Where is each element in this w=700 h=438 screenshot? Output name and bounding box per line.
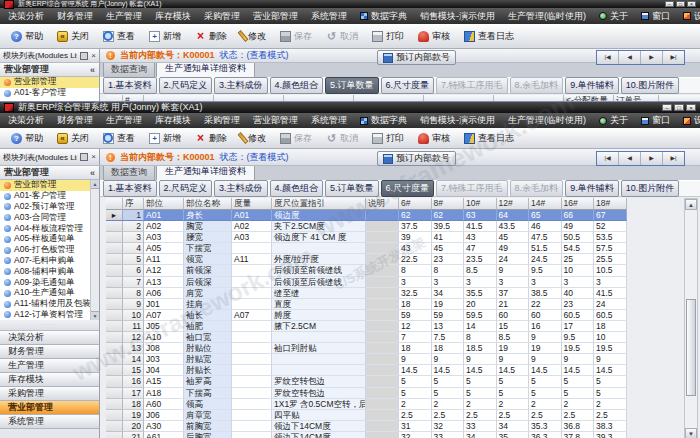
sidebar-section-header[interactable]: 营业部管理 « xyxy=(0,166,99,180)
table-row[interactable]: 4A05下摆宽4345474951.554.557.5 xyxy=(106,243,627,254)
column-header-说明[interactable]: 说明 xyxy=(366,198,399,210)
tree-scroll-down-icon[interactable]: ▼ xyxy=(91,311,99,320)
pin-icon[interactable] xyxy=(80,52,88,60)
column-header-14#[interactable]: 14# xyxy=(529,198,562,210)
toolbar-button-新增[interactable]: +新增 xyxy=(144,129,186,148)
sidebar-item-A05-样板通知单[interactable]: A05-样板通知单 xyxy=(0,234,99,245)
toolbar-button-关闭[interactable]: «关闭 xyxy=(52,27,94,46)
column-header-12#[interactable]: 12# xyxy=(497,198,530,210)
sidebar-item-A11-辅料使用及包装...[interactable]: A11-辅料使用及包装... xyxy=(0,299,99,310)
menu-item-销售模块-演示使用[interactable]: 销售模块-演示使用 xyxy=(420,10,495,23)
sidebar-item-A12-订单资料管理[interactable]: A12-订单资料管理 xyxy=(0,310,99,321)
subtab-6.尺寸度量[interactable]: 6.尺寸度量 xyxy=(381,180,435,197)
tab-数据查询[interactable]: 数据查询 xyxy=(103,63,155,77)
table-row[interactable]: 18A60领高1X1罗 含0.5CM空转，后领中心量2222222 xyxy=(106,399,627,410)
nav-last-button[interactable]: ▶| xyxy=(663,152,684,165)
table-row[interactable]: 19J06肩章宽四平贴2.52.52.52.52.52.52.5 xyxy=(106,410,627,421)
menu-item-设置皮肤[interactable]: 设置皮肤 xyxy=(683,114,700,127)
table-row[interactable]: 15J04肘贴长14.514.514.514.514.514.514.5 xyxy=(106,365,627,376)
reserve-number-button[interactable]: 预订内部款号 xyxy=(377,151,456,166)
table-row[interactable]: 20A30前胸宽领边下14CM度3132333435.336.838.3 xyxy=(106,421,627,432)
column-header-部位[interactable]: 部位 xyxy=(144,198,184,210)
nav-prev-button[interactable]: ◀ xyxy=(619,51,641,64)
menu-item-营业部管理[interactable]: 营业部管理 xyxy=(253,10,298,23)
menu-item-决策分析[interactable]: 决策分析 xyxy=(8,10,44,23)
table-row[interactable]: 5A11领宽A11外度/拉开度22.52323.52424.52525.5 xyxy=(106,254,627,265)
subtab-3.主料成份[interactable]: 3.主料成份 xyxy=(214,77,268,94)
menu-item-销售模块-演示使用[interactable]: 销售模块-演示使用 xyxy=(420,114,495,127)
tree-scrollbar[interactable]: ▲▼ xyxy=(90,180,99,320)
group-button-生产管理[interactable]: 生产管理 xyxy=(0,359,99,373)
column-header-10#[interactable]: 10# xyxy=(464,198,497,210)
toolbar-button-打印[interactable]: 打印 xyxy=(367,27,409,46)
subtab-6.尺寸度量[interactable]: 6.尺寸度量 xyxy=(381,77,435,94)
nav-next-button[interactable]: ▶ xyxy=(641,152,663,165)
minimize-icon[interactable]: – xyxy=(665,1,674,7)
table-row[interactable]: 13J08肘贴位袖口到肘贴181818.5191919.519.5 xyxy=(106,343,627,354)
close-icon[interactable]: × xyxy=(686,104,696,111)
subtab-1.基本资料[interactable]: 1.基本资料 xyxy=(103,180,157,197)
table-row[interactable]: 10A07袖长A07膊度595959.5606060.560.5 xyxy=(106,310,627,321)
nav-next-button[interactable]: ▶ xyxy=(641,51,663,64)
column-header-6#[interactable]: 6# xyxy=(399,198,432,210)
group-button-系统管理[interactable]: 系统管理 xyxy=(0,415,99,429)
column-header-selector[interactable] xyxy=(106,198,123,210)
sidebar-item-A03-合同管理[interactable]: A03-合同管理 xyxy=(0,212,99,223)
menu-item-库存模块[interactable]: 库存模块 xyxy=(155,114,191,127)
toolbar-button-帮助[interactable]: ?帮助 xyxy=(6,27,48,46)
table-row[interactable]: 8A06肩宽缝至缝32.53435.53738.54041.5 xyxy=(106,288,627,299)
subtab-9.单件辅料[interactable]: 9.单件辅料 xyxy=(565,180,619,197)
sidebar-item-A02-预订单管理[interactable]: A02-预订单管理 xyxy=(0,202,99,213)
menu-item-系统管理[interactable]: 系统管理 xyxy=(311,10,347,23)
column-header-18#[interactable]: 18# xyxy=(594,198,627,210)
nav-prev-button[interactable]: ◀ xyxy=(619,152,641,165)
column-header-8#[interactable]: 8# xyxy=(432,198,465,210)
toolbar-button-删除[interactable]: ×删除 xyxy=(190,129,232,148)
menu-item-窗口[interactable]: 窗口 xyxy=(641,10,670,23)
toolbar-button-修改[interactable]: 修改 xyxy=(236,27,271,46)
table-row[interactable]: 14J03肘贴宽9999999 xyxy=(106,354,627,365)
vertical-scrollbar[interactable]: ▲ ▼ xyxy=(684,198,698,438)
tab-生产通知单详细资料[interactable]: 生产通知单详细资料 xyxy=(156,63,255,77)
sidebar-item-A09-染毛通知单[interactable]: A09-染毛通知单 xyxy=(0,277,99,288)
toolbar-button-帮助[interactable]: ?帮助 xyxy=(6,129,48,148)
table-row[interactable]: ▸1A01身长A01领边度62626364656667 xyxy=(106,210,627,221)
subtab-4.颜色组合[interactable]: 4.颜色组合 xyxy=(270,180,324,197)
table-row[interactable]: 9J01挂肩直度18192021222324 xyxy=(106,299,627,310)
menu-item-设置皮肤[interactable]: 设置皮肤 xyxy=(683,10,700,23)
table-row[interactable]: 7A13后领深后领顶至后领缝线3333333 xyxy=(106,277,627,288)
menu-item-库存模块[interactable]: 库存模块 xyxy=(155,10,191,23)
subtab-10.图片附件[interactable]: 10.图片附件 xyxy=(621,180,680,197)
menu-item-窗口[interactable]: 窗口 xyxy=(641,114,670,127)
sidebar-item-A01-客户管理[interactable]: A01-客户管理 xyxy=(0,88,99,99)
menu-item-生产管理[interactable]: 生产管理 xyxy=(106,114,142,127)
sidebar-item-A08-辅料申购单[interactable]: A08-辅料申购单 xyxy=(0,266,99,277)
toolbar-button-查看日志[interactable]: 查看日志 xyxy=(459,129,519,148)
toolbar-button-审核[interactable]: 审核 xyxy=(413,129,455,148)
table-row[interactable]: 12A10袖口宽77.588.599.510 xyxy=(106,332,627,343)
group-button-财务管理[interactable]: 财务管理 xyxy=(0,345,99,359)
nav-last-button[interactable]: ▶| xyxy=(663,51,684,64)
pin-icon[interactable] xyxy=(80,153,88,161)
sidebar-item-营业部管理[interactable]: 营业部管理 xyxy=(0,180,99,191)
toolbar-button-新增[interactable]: +新增 xyxy=(144,27,186,46)
toolbar-button-修改[interactable]: 修改 xyxy=(236,129,271,148)
sidebar-item-A04-样板流程管理[interactable]: A04-样板流程管理 xyxy=(0,223,99,234)
maximize-icon[interactable]: □ xyxy=(676,1,685,7)
splitter-handle[interactable]: ···· xyxy=(0,320,99,331)
column-header-序[interactable]: 序 xyxy=(123,198,144,210)
menu-item-生产管理[interactable]: 生产管理 xyxy=(106,10,142,23)
menu-item-数据字典[interactable]: 数据字典 xyxy=(360,114,407,127)
subtab-5.订单数量[interactable]: 5.订单数量 xyxy=(325,180,379,197)
scroll-up-icon[interactable]: ▲ xyxy=(685,199,697,210)
toolbar-button-查看日志[interactable]: 查看日志 xyxy=(459,27,519,46)
reserve-number-button[interactable]: 预订内部款号 xyxy=(377,50,456,65)
menu-item-生产管理(临时使用)[interactable]: 生产管理(临时使用) xyxy=(508,10,586,23)
collapse-icon[interactable]: « xyxy=(90,65,95,75)
subtab-9.单件辅料[interactable]: 9.单件辅料 xyxy=(565,77,619,94)
sidebar-section-header[interactable]: 营业部管理 « xyxy=(0,63,99,77)
sidebar-item-A10-生产通知单[interactable]: A10-生产通知单 xyxy=(0,288,99,299)
close-icon[interactable]: × xyxy=(687,1,696,7)
toolbar-button-删除[interactable]: ×删除 xyxy=(190,27,232,46)
sidebar-item-A07-毛料申购单[interactable]: A07-毛料申购单 xyxy=(0,256,99,267)
